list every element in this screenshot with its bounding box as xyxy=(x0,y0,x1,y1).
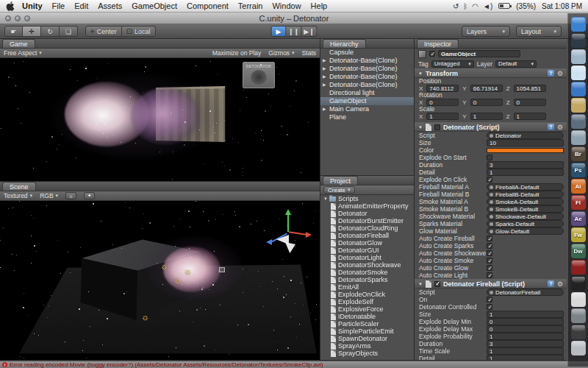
center-pivot-button[interactable]: ⌖ Center xyxy=(85,26,122,37)
hierarchy-item[interactable]: ▶ Detonator-Base(Clone) xyxy=(320,65,414,73)
menu-unity[interactable]: Unity xyxy=(22,1,43,10)
layer-dropdown[interactable]: Default ▾ xyxy=(495,60,537,68)
object-picker-icon[interactable] xyxy=(490,230,493,233)
project-item[interactable]: SpawnDetonator xyxy=(320,335,414,342)
position-y-field[interactable]: 66.71914 xyxy=(470,85,503,92)
project-item[interactable]: EmitAll xyxy=(320,283,414,291)
gizmos-dropdown[interactable]: Gizmos ▾ xyxy=(268,49,294,57)
draw-mode-dropdown[interactable]: Textured ▾ xyxy=(4,192,32,199)
disclosure-triangle-icon[interactable]: ▶ xyxy=(323,65,329,73)
aspect-dropdown[interactable]: Free Aspect ▾ xyxy=(4,49,42,57)
dock-icon-itunes[interactable] xyxy=(571,82,586,96)
dock-icon-flash[interactable]: Fl xyxy=(571,195,586,210)
value-field[interactable]: 1 xyxy=(487,355,564,360)
object-picker-icon[interactable] xyxy=(490,222,493,226)
light-gizmo-icon[interactable]: ☼ xyxy=(173,277,182,284)
rotate-tool-button[interactable]: ↻ xyxy=(41,26,60,37)
disclosure-triangle-icon[interactable]: ▶ xyxy=(323,81,329,89)
dock-icon-safari[interactable] xyxy=(571,66,586,80)
property-checkbox[interactable] xyxy=(487,258,492,263)
value-field[interactable]: 1 xyxy=(487,169,564,176)
menu-item[interactable]: GameObject xyxy=(132,1,177,10)
close-button[interactable] xyxy=(5,15,11,21)
dock-icon-illustrator[interactable]: Ai xyxy=(571,179,586,194)
hierarchy-item[interactable]: ▶ Main Camera xyxy=(320,105,414,113)
foldout-icon[interactable]: ▼ xyxy=(418,71,423,76)
property-checkbox[interactable] xyxy=(487,236,492,241)
value-field[interactable]: 10 xyxy=(487,139,564,146)
light-gizmo-icon[interactable]: ☼ xyxy=(184,268,192,275)
hierarchy-item[interactable]: ▶ Plane xyxy=(320,113,414,121)
menu-item[interactable]: Assets xyxy=(98,1,122,10)
hierarchy-item[interactable]: ▶ Detonator-Base(Clone) xyxy=(320,81,414,89)
object-field[interactable]: Sparks-Default xyxy=(487,220,564,227)
object-field[interactable]: FireballA-Default xyxy=(487,183,564,191)
value-field[interactable]: 1 xyxy=(487,333,564,340)
value-field[interactable]: 0 xyxy=(487,318,564,325)
project-item[interactable]: DetonatorSparks xyxy=(320,276,414,283)
object-picker-icon[interactable] xyxy=(490,208,493,211)
light-gizmo-icon[interactable]: ☼ xyxy=(160,263,168,270)
project-item[interactable]: DetonatorGUI xyxy=(320,247,414,254)
object-field[interactable]: Shockwave-Default xyxy=(487,213,564,220)
layers-dropdown[interactable]: Layers ▾ xyxy=(462,26,510,37)
gameobject-active-checkbox[interactable] xyxy=(429,51,435,57)
move-tool-button[interactable]: ✛ xyxy=(23,26,41,37)
tab-hierarchy[interactable]: Hierarchy xyxy=(323,39,366,48)
project-item[interactable]: AnimateEmitterProperty xyxy=(320,202,414,210)
rotation-z-field[interactable]: 0 xyxy=(514,99,546,106)
dock-icon-preview[interactable] xyxy=(571,130,586,145)
dock-icon-system-preferences[interactable] xyxy=(571,308,586,323)
pause-button[interactable]: ❙❙ xyxy=(287,26,302,37)
scene-fx-toggle[interactable]: ✦ xyxy=(84,192,95,199)
component-enabled-checkbox[interactable] xyxy=(434,124,440,130)
object-picker-icon[interactable] xyxy=(490,291,493,294)
scale-z-field[interactable]: 1 xyxy=(514,113,546,120)
position-z-field[interactable]: 1054.851 xyxy=(514,85,546,92)
dock-icon-mail[interactable] xyxy=(571,49,586,64)
tab-inspector[interactable]: Inspector xyxy=(417,39,459,48)
play-button[interactable]: ▶ xyxy=(271,26,287,37)
value-field[interactable]: 3 xyxy=(487,340,564,347)
dock-icon-photoshop[interactable]: Ps xyxy=(571,163,586,177)
object-picker-icon[interactable] xyxy=(490,134,493,138)
hierarchy-item[interactable]: ▶ Directional light xyxy=(320,89,414,97)
menu-item[interactable]: File xyxy=(52,1,65,10)
property-checkbox[interactable] xyxy=(487,304,492,310)
layout-dropdown[interactable]: Layout ▾ xyxy=(516,26,562,37)
property-checkbox[interactable] xyxy=(487,177,492,183)
gear-icon[interactable]: ⚙ xyxy=(557,70,563,77)
object-field[interactable]: Detonator xyxy=(487,132,564,139)
step-button[interactable]: ▶❙ xyxy=(302,26,318,37)
dock-icon-finder[interactable] xyxy=(571,17,586,32)
object-field[interactable]: SmokeB-Default xyxy=(487,205,564,213)
menubar-clock[interactable]: Sat 1:08 PM xyxy=(542,2,582,10)
object-picker-icon[interactable] xyxy=(490,193,493,197)
project-folder-scripts[interactable]: ▼ Scripts xyxy=(320,195,414,202)
hierarchy-item[interactable]: ▶ Detonator-Base(Clone) xyxy=(320,73,414,81)
property-checkbox[interactable] xyxy=(487,272,492,278)
value-field[interactable]: 3 xyxy=(487,161,564,169)
gui-gizmo-icon[interactable] xyxy=(219,267,225,272)
tab-project[interactable]: Project xyxy=(323,176,358,185)
tab-scene[interactable]: Scene xyxy=(2,182,36,191)
disclosure-triangle-icon[interactable]: ▶ xyxy=(323,105,329,113)
detonator-fireball-component-header[interactable]: ▼ Detonator Fireball (Script) ? ⚙ xyxy=(415,279,567,289)
render-channel-dropdown[interactable]: RGB ▾ xyxy=(40,192,58,199)
minimize-button[interactable] xyxy=(15,15,21,21)
project-item[interactable]: DetonatorLight xyxy=(320,254,414,261)
menu-item[interactable]: Edit xyxy=(74,1,88,10)
project-item[interactable]: SimpleParticleEmit xyxy=(320,328,414,335)
dock-icon-bridge[interactable]: Br xyxy=(571,146,586,161)
project-item[interactable]: DetonatorBurstEmitter xyxy=(320,217,414,224)
light-gizmo-icon[interactable]: ☼ xyxy=(141,314,149,321)
foldout-icon[interactable]: ▼ xyxy=(418,125,423,130)
project-item[interactable]: Detonator xyxy=(320,210,414,217)
scale-x-field[interactable]: 1 xyxy=(426,113,459,120)
detonator-component-header[interactable]: ▼ Detonator (Script) ? ⚙ xyxy=(415,122,567,132)
dock-icon-after-effects[interactable]: Ae xyxy=(571,211,586,226)
object-field[interactable]: Glow-Default xyxy=(487,227,564,235)
scene-lighting-toggle[interactable]: ☼ xyxy=(65,192,76,199)
dock-icon-textedit[interactable] xyxy=(571,292,586,307)
dock-icon-quicktime[interactable] xyxy=(571,114,586,129)
